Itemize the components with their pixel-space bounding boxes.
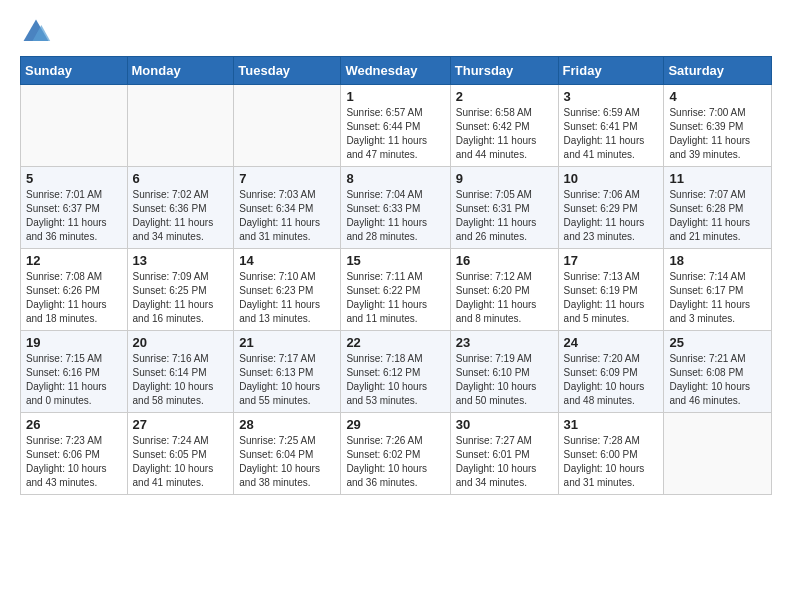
day-info: Sunrise: 7:07 AM Sunset: 6:28 PM Dayligh… xyxy=(669,188,766,244)
calendar-cell: 30Sunrise: 7:27 AM Sunset: 6:01 PM Dayli… xyxy=(450,413,558,495)
day-info: Sunrise: 7:16 AM Sunset: 6:14 PM Dayligh… xyxy=(133,352,229,408)
calendar-cell xyxy=(234,85,341,167)
day-info: Sunrise: 7:01 AM Sunset: 6:37 PM Dayligh… xyxy=(26,188,122,244)
day-number: 13 xyxy=(133,253,229,268)
calendar-cell xyxy=(21,85,128,167)
day-info: Sunrise: 7:26 AM Sunset: 6:02 PM Dayligh… xyxy=(346,434,444,490)
day-number: 18 xyxy=(669,253,766,268)
week-row-1: 1Sunrise: 6:57 AM Sunset: 6:44 PM Daylig… xyxy=(21,85,772,167)
col-header-tuesday: Tuesday xyxy=(234,57,341,85)
calendar-cell: 12Sunrise: 7:08 AM Sunset: 6:26 PM Dayli… xyxy=(21,249,128,331)
day-info: Sunrise: 7:18 AM Sunset: 6:12 PM Dayligh… xyxy=(346,352,444,408)
day-info: Sunrise: 7:27 AM Sunset: 6:01 PM Dayligh… xyxy=(456,434,553,490)
calendar-cell: 7Sunrise: 7:03 AM Sunset: 6:34 PM Daylig… xyxy=(234,167,341,249)
day-info: Sunrise: 7:25 AM Sunset: 6:04 PM Dayligh… xyxy=(239,434,335,490)
calendar-cell: 13Sunrise: 7:09 AM Sunset: 6:25 PM Dayli… xyxy=(127,249,234,331)
col-header-saturday: Saturday xyxy=(664,57,772,85)
calendar-cell: 28Sunrise: 7:25 AM Sunset: 6:04 PM Dayli… xyxy=(234,413,341,495)
header xyxy=(20,16,772,48)
day-info: Sunrise: 7:00 AM Sunset: 6:39 PM Dayligh… xyxy=(669,106,766,162)
day-number: 5 xyxy=(26,171,122,186)
day-info: Sunrise: 6:57 AM Sunset: 6:44 PM Dayligh… xyxy=(346,106,444,162)
day-number: 6 xyxy=(133,171,229,186)
day-number: 19 xyxy=(26,335,122,350)
day-info: Sunrise: 6:59 AM Sunset: 6:41 PM Dayligh… xyxy=(564,106,659,162)
calendar-cell: 16Sunrise: 7:12 AM Sunset: 6:20 PM Dayli… xyxy=(450,249,558,331)
day-number: 9 xyxy=(456,171,553,186)
calendar-cell: 6Sunrise: 7:02 AM Sunset: 6:36 PM Daylig… xyxy=(127,167,234,249)
day-info: Sunrise: 7:15 AM Sunset: 6:16 PM Dayligh… xyxy=(26,352,122,408)
col-header-monday: Monday xyxy=(127,57,234,85)
calendar-cell: 5Sunrise: 7:01 AM Sunset: 6:37 PM Daylig… xyxy=(21,167,128,249)
day-number: 25 xyxy=(669,335,766,350)
day-info: Sunrise: 7:23 AM Sunset: 6:06 PM Dayligh… xyxy=(26,434,122,490)
calendar-cell: 1Sunrise: 6:57 AM Sunset: 6:44 PM Daylig… xyxy=(341,85,450,167)
calendar-cell: 9Sunrise: 7:05 AM Sunset: 6:31 PM Daylig… xyxy=(450,167,558,249)
calendar-cell: 21Sunrise: 7:17 AM Sunset: 6:13 PM Dayli… xyxy=(234,331,341,413)
calendar-cell: 27Sunrise: 7:24 AM Sunset: 6:05 PM Dayli… xyxy=(127,413,234,495)
calendar-cell: 19Sunrise: 7:15 AM Sunset: 6:16 PM Dayli… xyxy=(21,331,128,413)
logo xyxy=(20,16,56,48)
day-number: 8 xyxy=(346,171,444,186)
calendar-cell: 2Sunrise: 6:58 AM Sunset: 6:42 PM Daylig… xyxy=(450,85,558,167)
day-number: 10 xyxy=(564,171,659,186)
calendar-cell: 15Sunrise: 7:11 AM Sunset: 6:22 PM Dayli… xyxy=(341,249,450,331)
day-number: 3 xyxy=(564,89,659,104)
calendar-cell: 14Sunrise: 7:10 AM Sunset: 6:23 PM Dayli… xyxy=(234,249,341,331)
day-info: Sunrise: 7:21 AM Sunset: 6:08 PM Dayligh… xyxy=(669,352,766,408)
day-number: 28 xyxy=(239,417,335,432)
calendar-table: SundayMondayTuesdayWednesdayThursdayFrid… xyxy=(20,56,772,495)
calendar-cell: 23Sunrise: 7:19 AM Sunset: 6:10 PM Dayli… xyxy=(450,331,558,413)
day-number: 14 xyxy=(239,253,335,268)
day-number: 17 xyxy=(564,253,659,268)
day-number: 30 xyxy=(456,417,553,432)
day-number: 11 xyxy=(669,171,766,186)
day-info: Sunrise: 7:14 AM Sunset: 6:17 PM Dayligh… xyxy=(669,270,766,326)
col-header-wednesday: Wednesday xyxy=(341,57,450,85)
day-number: 1 xyxy=(346,89,444,104)
week-row-5: 26Sunrise: 7:23 AM Sunset: 6:06 PM Dayli… xyxy=(21,413,772,495)
calendar-cell: 18Sunrise: 7:14 AM Sunset: 6:17 PM Dayli… xyxy=(664,249,772,331)
day-number: 29 xyxy=(346,417,444,432)
day-number: 26 xyxy=(26,417,122,432)
calendar-cell: 29Sunrise: 7:26 AM Sunset: 6:02 PM Dayli… xyxy=(341,413,450,495)
calendar-cell: 24Sunrise: 7:20 AM Sunset: 6:09 PM Dayli… xyxy=(558,331,664,413)
day-info: Sunrise: 7:19 AM Sunset: 6:10 PM Dayligh… xyxy=(456,352,553,408)
day-number: 22 xyxy=(346,335,444,350)
calendar-cell: 25Sunrise: 7:21 AM Sunset: 6:08 PM Dayli… xyxy=(664,331,772,413)
day-number: 21 xyxy=(239,335,335,350)
day-info: Sunrise: 7:03 AM Sunset: 6:34 PM Dayligh… xyxy=(239,188,335,244)
day-number: 27 xyxy=(133,417,229,432)
calendar-header-row: SundayMondayTuesdayWednesdayThursdayFrid… xyxy=(21,57,772,85)
week-row-2: 5Sunrise: 7:01 AM Sunset: 6:37 PM Daylig… xyxy=(21,167,772,249)
calendar-cell: 11Sunrise: 7:07 AM Sunset: 6:28 PM Dayli… xyxy=(664,167,772,249)
day-number: 2 xyxy=(456,89,553,104)
day-info: Sunrise: 7:28 AM Sunset: 6:00 PM Dayligh… xyxy=(564,434,659,490)
calendar-cell: 26Sunrise: 7:23 AM Sunset: 6:06 PM Dayli… xyxy=(21,413,128,495)
calendar-cell: 20Sunrise: 7:16 AM Sunset: 6:14 PM Dayli… xyxy=(127,331,234,413)
day-info: Sunrise: 7:10 AM Sunset: 6:23 PM Dayligh… xyxy=(239,270,335,326)
day-info: Sunrise: 7:06 AM Sunset: 6:29 PM Dayligh… xyxy=(564,188,659,244)
day-info: Sunrise: 7:08 AM Sunset: 6:26 PM Dayligh… xyxy=(26,270,122,326)
calendar-cell xyxy=(127,85,234,167)
day-number: 7 xyxy=(239,171,335,186)
day-info: Sunrise: 7:02 AM Sunset: 6:36 PM Dayligh… xyxy=(133,188,229,244)
day-info: Sunrise: 7:17 AM Sunset: 6:13 PM Dayligh… xyxy=(239,352,335,408)
logo-icon xyxy=(20,16,52,48)
day-number: 31 xyxy=(564,417,659,432)
calendar-cell: 10Sunrise: 7:06 AM Sunset: 6:29 PM Dayli… xyxy=(558,167,664,249)
calendar-cell: 3Sunrise: 6:59 AM Sunset: 6:41 PM Daylig… xyxy=(558,85,664,167)
day-number: 15 xyxy=(346,253,444,268)
week-row-4: 19Sunrise: 7:15 AM Sunset: 6:16 PM Dayli… xyxy=(21,331,772,413)
week-row-3: 12Sunrise: 7:08 AM Sunset: 6:26 PM Dayli… xyxy=(21,249,772,331)
day-number: 16 xyxy=(456,253,553,268)
calendar-cell: 17Sunrise: 7:13 AM Sunset: 6:19 PM Dayli… xyxy=(558,249,664,331)
day-number: 4 xyxy=(669,89,766,104)
day-number: 24 xyxy=(564,335,659,350)
col-header-friday: Friday xyxy=(558,57,664,85)
calendar-cell: 31Sunrise: 7:28 AM Sunset: 6:00 PM Dayli… xyxy=(558,413,664,495)
day-info: Sunrise: 7:13 AM Sunset: 6:19 PM Dayligh… xyxy=(564,270,659,326)
day-info: Sunrise: 7:11 AM Sunset: 6:22 PM Dayligh… xyxy=(346,270,444,326)
calendar-cell: 22Sunrise: 7:18 AM Sunset: 6:12 PM Dayli… xyxy=(341,331,450,413)
calendar-cell xyxy=(664,413,772,495)
